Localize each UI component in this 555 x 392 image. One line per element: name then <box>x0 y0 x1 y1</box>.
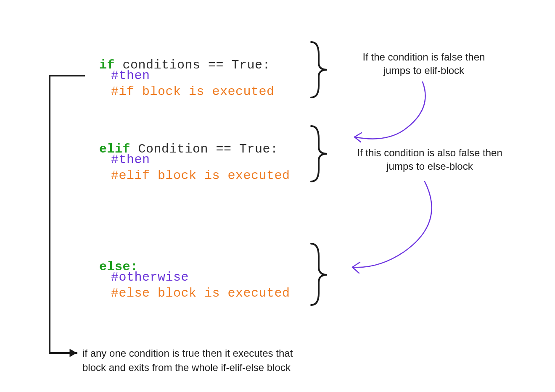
elif-comment-exec: #elif block is executed <box>111 168 290 183</box>
exit-bracket <box>50 76 84 353</box>
else-comment-exec: #else block is executed <box>111 286 290 300</box>
elif-statement: elif Condition == True: <box>84 128 278 156</box>
else-comment-otherwise: #otherwise <box>111 270 189 284</box>
if-comment-then: #then <box>111 68 150 83</box>
elif-false-note: If this condition is also false thenjump… <box>333 146 526 174</box>
arrow-elif-to-else <box>352 182 432 267</box>
arrow-if-to-elif <box>354 82 426 139</box>
brace-if <box>311 42 327 97</box>
arrow-elif-to-else-head <box>352 262 360 273</box>
arrow-if-to-elif-head <box>354 133 362 142</box>
if-statement: if conditions == True: <box>84 44 270 72</box>
else-statement: else: <box>84 245 138 274</box>
brace-else <box>311 244 327 305</box>
bottom-summary-note: if any one condition is true then it exe… <box>82 346 377 374</box>
elif-comment-then: #then <box>111 153 150 167</box>
elif-condition-text: Condition == True: <box>130 142 278 156</box>
if-false-note: If the condition is false thenjumps to e… <box>336 50 512 78</box>
if-comment-exec: #if block is executed <box>111 84 275 99</box>
brace-elif <box>311 126 327 182</box>
exit-arrow-head <box>70 349 77 357</box>
